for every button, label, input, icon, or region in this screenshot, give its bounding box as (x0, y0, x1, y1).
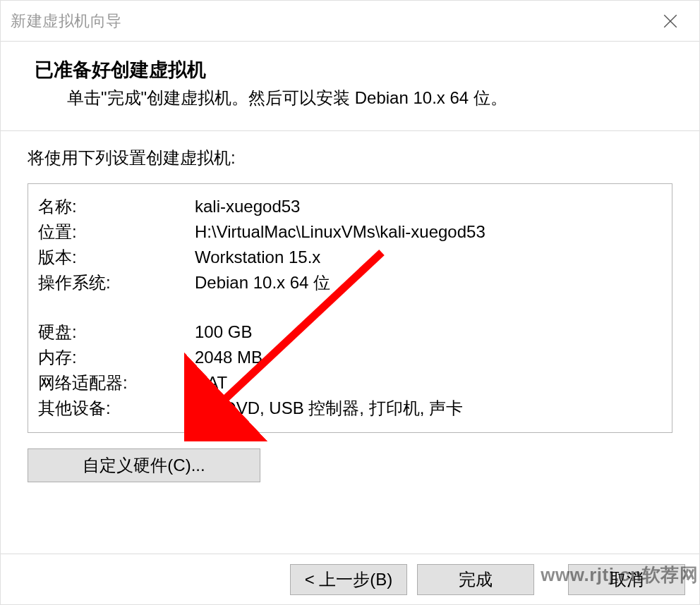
setting-row-disk: 硬盘: 100 GB (28, 319, 672, 345)
setting-value: 2048 MB (195, 345, 660, 370)
footer: < 上一步(B) 完成 取消 (1, 554, 699, 604)
setting-value: 100 GB (195, 319, 660, 345)
setting-value: kali-xuegod53 (195, 194, 660, 219)
setting-row-name: 名称: kali-xuegod53 (28, 194, 672, 219)
page-subtitle: 单击"完成"创建虚拟机。然后可以安装 Debian 10.x 64 位。 (67, 87, 671, 109)
customize-hardware-button[interactable]: 自定义硬件(C)... (28, 448, 260, 482)
setting-gap (28, 295, 672, 319)
page-heading: 已准备好创建虚拟机 (35, 57, 671, 82)
setting-row-location: 位置: H:\VirtualMac\LinuxVMs\kali-xuegod53 (28, 219, 672, 245)
setting-value: Debian 10.x 64 位 (195, 270, 660, 295)
setting-value: Workstation 15.x (195, 245, 660, 270)
setting-label: 操作系统: (38, 270, 195, 295)
setting-label: 名称: (38, 194, 195, 219)
window-title: 新建虚拟机向导 (11, 11, 122, 32)
setting-label: 内存: (38, 345, 195, 370)
customize-wrap: 自定义硬件(C)... (1, 439, 699, 492)
setting-label: 网络适配器: (38, 370, 195, 396)
setting-label: 版本: (38, 245, 195, 270)
setting-label: 位置: (38, 219, 195, 245)
setting-value: CD/DVD, USB 控制器, 打印机, 声卡 (195, 396, 660, 421)
back-button[interactable]: < 上一步(B) (290, 564, 407, 595)
settings-box: 名称: kali-xuegod53 位置: H:\VirtualMac\Linu… (28, 183, 672, 433)
titlebar: 新建虚拟机向导 (1, 1, 699, 42)
finish-button[interactable]: 完成 (417, 564, 534, 595)
setting-row-network: 网络适配器: NAT (28, 370, 672, 396)
setting-value: NAT (195, 370, 660, 396)
wizard-window: 新建虚拟机向导 已准备好创建虚拟机 单击"完成"创建虚拟机。然后可以安装 Deb… (0, 0, 700, 605)
setting-row-memory: 内存: 2048 MB (28, 345, 672, 370)
setting-value: H:\VirtualMac\LinuxVMs\kali-xuegod53 (195, 219, 660, 245)
setting-row-os: 操作系统: Debian 10.x 64 位 (28, 270, 672, 295)
close-icon (663, 14, 677, 28)
setting-row-other: 其他设备: CD/DVD, USB 控制器, 打印机, 声卡 (28, 396, 672, 421)
body-block: 将使用下列设置创建虚拟机: 名称: kali-xuegod53 位置: H:\V… (1, 131, 699, 439)
cancel-button[interactable]: 取消 (568, 564, 685, 595)
settings-intro: 将使用下列设置创建虚拟机: (28, 147, 672, 169)
close-button[interactable] (654, 5, 687, 37)
setting-row-version: 版本: Workstation 15.x (28, 245, 672, 270)
setting-label: 硬盘: (38, 319, 195, 345)
setting-label: 其他设备: (38, 396, 195, 421)
header-block: 已准备好创建虚拟机 单击"完成"创建虚拟机。然后可以安装 Debian 10.x… (1, 42, 699, 130)
